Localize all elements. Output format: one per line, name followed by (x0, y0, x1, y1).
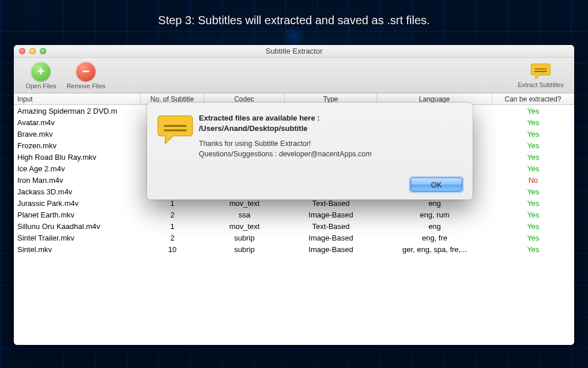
cell-ext: Yes (492, 186, 574, 197)
minimize-window-icon[interactable] (29, 48, 36, 54)
cell-ext: No (492, 174, 574, 186)
cell-ext: Yes (492, 151, 574, 163)
cell-input: Sillunu Oru Kaadhal.m4v (14, 220, 141, 232)
extract-subtitles-button[interactable]: Extract Subtitles (512, 63, 570, 88)
zoom-window-icon[interactable] (40, 48, 46, 54)
cell-ext: Yes (492, 197, 574, 209)
cell-codec: subrip (204, 243, 285, 255)
traffic-lights (14, 48, 46, 54)
cell-type: Image-Based (285, 243, 377, 255)
cell-type: Image-Based (285, 209, 377, 220)
cell-input: Sintel.mkv (14, 243, 141, 255)
cell-ext: Yes (492, 117, 574, 128)
subtitle-bubble-icon (530, 63, 551, 80)
cell-input: Sintel Trailer.mkv (14, 232, 141, 243)
open-files-button[interactable]: + Open Files (18, 62, 63, 89)
titlebar[interactable]: Subtitle Extractor (14, 45, 574, 58)
cell-lang: eng (377, 220, 492, 232)
cell-codec: ssa (204, 209, 285, 220)
close-window-icon[interactable] (19, 48, 25, 54)
cell-input: Frozen.mkv (14, 140, 141, 151)
cell-codec: subrip (204, 232, 285, 243)
remove-files-label: Remove Files (66, 82, 105, 89)
col-header-ext[interactable]: Can be extracted? (492, 93, 574, 104)
cell-type: Image-Based (285, 232, 377, 243)
dialog: Extracted files are available here : /Us… (147, 103, 473, 200)
cell-input: Iron Man.m4v (14, 174, 141, 186)
extract-subtitles-label: Extract Subtitles (518, 81, 563, 88)
dialog-message: Thanks for using Subtitle Extractor! Que… (199, 139, 462, 159)
cell-ext: Yes (492, 220, 574, 232)
dialog-title: Extracted files are available here : /Us… (199, 113, 462, 133)
cell-num: 10 (141, 243, 204, 255)
cell-ext: Yes (492, 105, 574, 117)
cell-num: 2 (141, 232, 204, 243)
cell-ext: Yes (492, 163, 574, 174)
cell-input: Jackass 3D.m4v (14, 186, 141, 197)
cell-num: 2 (141, 209, 204, 220)
cell-ext: Yes (492, 232, 574, 243)
remove-files-button[interactable]: − Remove Files (63, 62, 108, 89)
table-row[interactable]: Planet Earth.mkv2ssaImage-Basedeng, rumY… (14, 209, 574, 220)
open-files-label: Open Files (25, 82, 56, 89)
cell-num: 1 (141, 220, 204, 232)
cell-ext: Yes (492, 128, 574, 140)
window-title: Subtitle Extractor (14, 47, 574, 55)
cell-ext: Yes (492, 140, 574, 151)
cell-input: High Road Blu Ray.mkv (14, 151, 141, 163)
col-header-input[interactable]: Input (14, 93, 141, 104)
cell-input: Avatar.m4v (14, 117, 141, 128)
cell-codec: mov_text (204, 220, 285, 232)
ok-button[interactable]: OK (410, 178, 462, 191)
cell-lang: eng, rum (377, 209, 492, 220)
cell-lang: ger, eng, spa, fre,... (377, 243, 492, 255)
cell-type: Text-Based (285, 220, 377, 232)
cell-input: Planet Earth.mkv (14, 209, 141, 220)
plus-icon: + (31, 62, 51, 81)
table-row[interactable]: Sintel.mkv10subripImage-Basedger, eng, s… (14, 243, 574, 255)
cell-input: Ice Age 2.m4v (14, 163, 141, 174)
step-caption: Step 3: Subtitles will extracted and sav… (0, 14, 588, 27)
minus-icon: − (76, 62, 96, 81)
cell-input: Jurassic Park.m4v (14, 197, 141, 209)
cell-input: Brave.mkv (14, 128, 141, 140)
cell-ext: Yes (492, 209, 574, 220)
toolbar: + Open Files − Remove Files Extract Subt… (14, 58, 574, 93)
cell-lang: eng, fre (377, 232, 492, 243)
cell-input: Amazing Spiderman 2 DVD.m (14, 105, 141, 117)
table-row[interactable]: Sintel Trailer.mkv2subripImage-Basedeng,… (14, 232, 574, 243)
dialog-app-icon (157, 113, 199, 191)
cell-ext: Yes (492, 243, 574, 255)
table-row[interactable]: Sillunu Oru Kaadhal.m4v1mov_textText-Bas… (14, 220, 574, 232)
